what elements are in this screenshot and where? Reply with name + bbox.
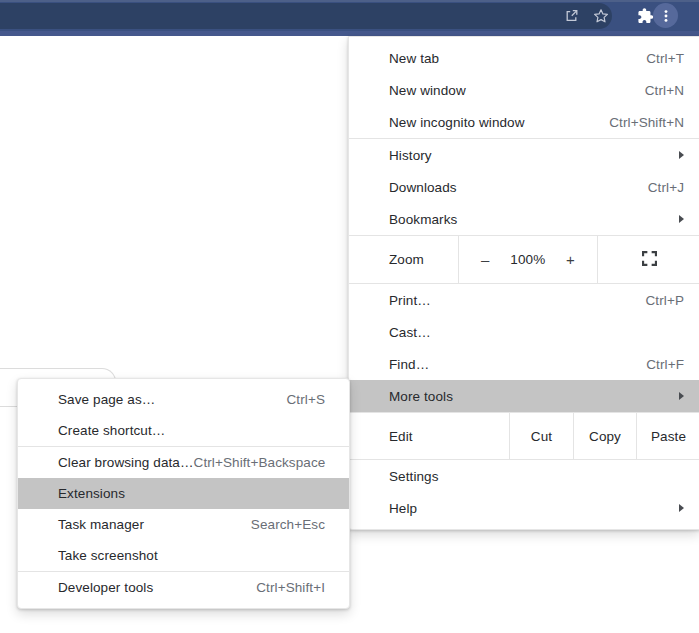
browser-menu-button[interactable] <box>653 3 678 28</box>
cut-label: Cut <box>531 429 552 444</box>
browser-main-menu: New tab Ctrl+T New window Ctrl+N New inc… <box>348 36 699 530</box>
more-tools-submenu: Save page as… Ctrl+S Create shortcut… Cl… <box>17 378 350 609</box>
menu-item-label: Save page as… <box>58 392 287 407</box>
menu-item-extensions[interactable]: Extensions <box>18 478 349 509</box>
edit-label: Edit <box>389 429 413 444</box>
menu-item-label: Developer tools <box>58 580 256 595</box>
menu-item-cast[interactable]: Cast… <box>349 316 699 348</box>
menu-item-clear-browsing-data[interactable]: Clear browsing data… Ctrl+Shift+Backspac… <box>18 447 349 478</box>
menu-item-label: Print… <box>389 293 646 308</box>
menu-item-shortcut: Ctrl+Shift+I <box>256 580 325 595</box>
copy-label: Copy <box>589 429 621 444</box>
fullscreen-icon[interactable] <box>642 251 657 269</box>
menu-item-new-tab[interactable]: New tab Ctrl+T <box>349 42 699 74</box>
menu-item-label: Task manager <box>58 517 251 532</box>
menu-item-help[interactable]: Help <box>349 492 699 524</box>
submenu-arrow-icon <box>679 151 684 159</box>
zoom-out-button[interactable]: – <box>481 251 489 268</box>
menu-item-shortcut: Ctrl+J <box>648 180 684 195</box>
menu-item-history[interactable]: History <box>349 139 699 171</box>
menu-item-shortcut: Search+Esc <box>251 517 325 532</box>
menu-item-settings[interactable]: Settings <box>349 460 699 492</box>
menu-item-label: Help <box>389 501 679 516</box>
browser-toolbar <box>0 0 699 31</box>
menu-item-print[interactable]: Print… Ctrl+P <box>349 284 699 316</box>
menu-item-label: Create shortcut… <box>58 423 325 438</box>
zoom-in-button[interactable]: + <box>566 251 575 268</box>
zoom-value: 100% <box>510 252 545 267</box>
submenu-arrow-icon <box>679 504 684 512</box>
submenu-arrow-icon <box>679 215 684 223</box>
menu-item-shortcut: Ctrl+Shift+N <box>609 115 684 130</box>
menu-item-downloads[interactable]: Downloads Ctrl+J <box>349 171 699 203</box>
three-dot-menu-icon <box>658 8 674 24</box>
menu-item-label: New tab <box>389 51 646 66</box>
fullscreen-cell <box>598 236 699 283</box>
cut-button[interactable]: Cut <box>509 413 573 459</box>
menu-item-find[interactable]: Find… Ctrl+F <box>349 348 699 380</box>
zoom-controls-cell: – 100% + <box>459 236 598 283</box>
menu-item-label: Settings <box>389 469 684 484</box>
copy-button[interactable]: Copy <box>573 413 636 459</box>
menu-item-shortcut: Ctrl+P <box>646 293 684 308</box>
menu-item-create-shortcut[interactable]: Create shortcut… <box>18 415 349 446</box>
menu-item-label: Bookmarks <box>389 212 679 227</box>
menu-item-label: Extensions <box>58 486 325 501</box>
menu-item-take-screenshot[interactable]: Take screenshot <box>18 540 349 571</box>
menu-item-label: New window <box>389 83 645 98</box>
menu-item-shortcut: Ctrl+S <box>287 392 325 407</box>
window-top-edge <box>0 0 699 2</box>
menu-item-label: Cast… <box>389 325 684 340</box>
menu-item-shortcut: Ctrl+Shift+Backspace <box>194 455 326 470</box>
open-in-new-icon[interactable] <box>564 8 579 23</box>
menu-item-label: Find… <box>389 357 646 372</box>
menu-item-task-manager[interactable]: Task manager Search+Esc <box>18 509 349 540</box>
menu-item-label: Downloads <box>389 180 648 195</box>
menu-item-label: New incognito window <box>389 115 609 130</box>
edit-label-cell: Edit <box>349 413 509 459</box>
menu-item-shortcut: Ctrl+N <box>645 83 684 98</box>
submenu-arrow-icon <box>679 392 684 400</box>
menu-item-developer-tools[interactable]: Developer tools Ctrl+Shift+I <box>18 572 349 603</box>
browser-window: New tab Ctrl+T New window Ctrl+N New inc… <box>0 0 699 633</box>
menu-item-save-page-as[interactable]: Save page as… Ctrl+S <box>18 384 349 415</box>
menu-item-label: History <box>389 148 679 163</box>
menu-item-label: Take screenshot <box>58 548 325 563</box>
zoom-row: Zoom – 100% + <box>349 236 699 283</box>
bookmark-star-icon[interactable] <box>593 8 609 24</box>
menu-item-label: Clear browsing data… <box>58 455 194 470</box>
menu-item-shortcut: Ctrl+F <box>646 357 684 372</box>
edit-row: Edit Cut Copy Paste <box>349 413 699 459</box>
menu-item-more-tools[interactable]: More tools <box>349 380 699 412</box>
extensions-puzzle-icon[interactable] <box>637 7 654 24</box>
paste-label: Paste <box>651 429 686 444</box>
menu-item-new-incognito-window[interactable]: New incognito window Ctrl+Shift+N <box>349 106 699 138</box>
menu-item-label: More tools <box>389 389 679 404</box>
paste-button[interactable]: Paste <box>636 413 699 459</box>
menu-item-shortcut: Ctrl+T <box>646 51 684 66</box>
zoom-label-cell: Zoom <box>349 236 459 283</box>
zoom-label: Zoom <box>389 252 424 267</box>
menu-item-new-window[interactable]: New window Ctrl+N <box>349 74 699 106</box>
menu-item-bookmarks[interactable]: Bookmarks <box>349 203 699 235</box>
address-bar[interactable] <box>0 3 612 29</box>
